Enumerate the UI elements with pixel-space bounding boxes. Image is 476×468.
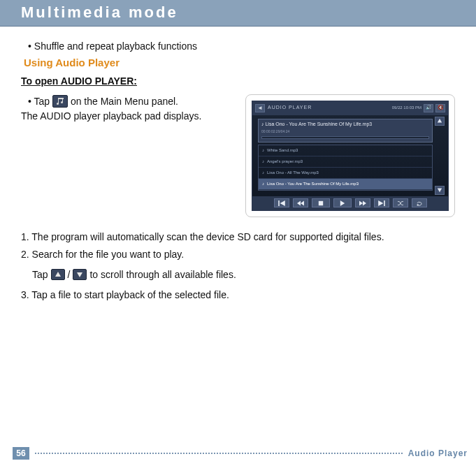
page-title: Multimedia mode: [21, 3, 476, 22]
svg-marker-3: [280, 200, 284, 206]
svg-rect-6: [318, 200, 322, 205]
tap-prefix: • Tap: [28, 96, 52, 107]
list-item[interactable]: ♪Angel's prayer.mp3: [259, 156, 432, 168]
svg-marker-14: [77, 272, 82, 277]
svg-marker-1: [438, 189, 442, 193]
fast-forward-button[interactable]: [355, 198, 370, 207]
page-number: 56: [13, 447, 29, 460]
player-time: 09/22 10:03 PM: [392, 105, 421, 111]
list-item[interactable]: ♪White Sand.mp3: [259, 145, 432, 156]
now-playing-title: ♪ Lisa Ono - You Are The Sunshine Of My …: [261, 121, 429, 129]
svg-marker-0: [438, 119, 442, 123]
footer-dots: [35, 453, 403, 454]
back-button[interactable]: ◄: [255, 104, 265, 112]
steps-list: 1. The program will automatically scan t…: [21, 230, 455, 302]
step-2: 2. Search for the file you want to play.: [21, 247, 455, 262]
subsection-heading: Using Audio Player: [24, 55, 455, 71]
player-app-label: AUDIO PLAYER: [268, 104, 312, 112]
tap-line: • Tap on the Main Menu panel.: [28, 94, 233, 109]
svg-marker-7: [340, 200, 344, 206]
page-footer: 56 Audio Player: [13, 447, 468, 460]
feature-bullet: • Shuffle and repeat playback functions: [28, 39, 455, 54]
rewind-button[interactable]: [293, 198, 308, 207]
svg-marker-12: [417, 203, 418, 205]
svg-marker-8: [359, 200, 363, 205]
step-1: 1. The program will automatically scan t…: [21, 230, 455, 244]
stop-button[interactable]: [312, 198, 330, 207]
player-top-bar: ◄ AUDIO PLAYER 09/22 10:03 PM 🔊 🔇: [252, 101, 448, 115]
playback-displays-text: The AUDIO player playback pad displays.: [21, 109, 233, 124]
step2-sub-mid: /: [68, 268, 71, 282]
file-list: ♪White Sand.mp3 ♪Angel's prayer.mp3 ♪Lis…: [258, 145, 433, 191]
svg-marker-10: [378, 200, 383, 206]
svg-rect-11: [384, 200, 385, 206]
tap-suffix: on the Main Menu panel.: [71, 96, 178, 107]
volume-button[interactable]: 🔊: [424, 104, 433, 112]
footer-label: Audio Player: [408, 448, 468, 458]
svg-marker-13: [55, 272, 61, 277]
open-instructions-text: • Tap on the Main Menu panel. The AUDIO …: [21, 94, 233, 124]
page-content: • Shuffle and repeat playback functions …: [0, 27, 476, 302]
open-instructions-row: • Tap on the Main Menu panel. The AUDIO …: [21, 94, 455, 217]
progress-text: 00:00:02:29/04:24: [261, 129, 429, 135]
page-header: Multimedia mode: [0, 0, 476, 27]
scroll-down-button[interactable]: [435, 186, 445, 195]
player-controls: [252, 196, 448, 210]
open-heading: To open AUDIO PLAYER:: [21, 74, 455, 89]
scroll-bar: [435, 117, 445, 195]
audio-player-screen: ◄ AUDIO PLAYER 09/22 10:03 PM 🔊 🔇 ♪ Lisa…: [252, 101, 449, 211]
step-3: 3. Tap a file to start playback of the s…: [21, 288, 455, 302]
scroll-up-button[interactable]: [435, 117, 445, 126]
music-app-icon[interactable]: [52, 95, 68, 108]
svg-marker-9: [363, 200, 366, 205]
step2-sub-suffix: to scroll through all available files.: [89, 268, 236, 282]
scroll-up-icon[interactable]: [51, 269, 65, 280]
step2-sub-prefix: Tap: [32, 268, 48, 282]
scroll-down-icon[interactable]: [73, 269, 87, 280]
svg-marker-5: [301, 200, 304, 205]
progress-bar[interactable]: [261, 136, 429, 139]
play-button[interactable]: [333, 198, 352, 207]
svg-marker-4: [297, 200, 301, 205]
player-screenshot-frame: ◄ AUDIO PLAYER 09/22 10:03 PM 🔊 🔇 ♪ Lisa…: [245, 94, 455, 217]
now-playing-panel: ♪ Lisa Ono - You Are The Sunshine Of My …: [258, 119, 433, 142]
shuffle-button[interactable]: [393, 198, 408, 207]
step-2-sub: Tap / to scroll through all available fi…: [32, 268, 455, 282]
repeat-button[interactable]: [412, 198, 427, 207]
list-item[interactable]: ♪Lisa Ono - All The Way.mp3: [259, 168, 432, 179]
list-item[interactable]: ♪Lisa Ono - You Are The Sunshine Of My L…: [259, 179, 432, 190]
svg-rect-2: [278, 200, 280, 206]
mute-button[interactable]: 🔇: [435, 104, 445, 112]
prev-track-button[interactable]: [274, 198, 289, 207]
next-track-button[interactable]: [374, 198, 389, 207]
